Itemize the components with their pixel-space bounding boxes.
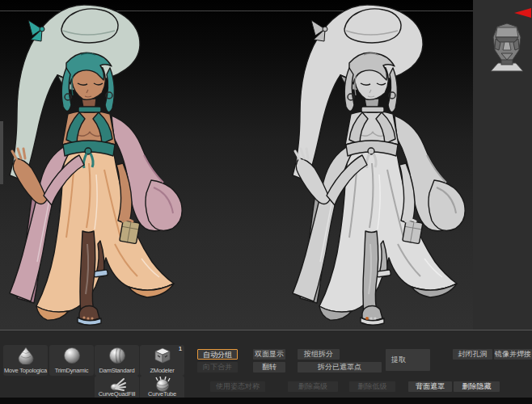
zmodeler-count-badge: 1: [179, 345, 182, 352]
grooved-sphere-brush-icon: [108, 347, 126, 364]
right-tray: [473, 0, 532, 330]
button-double-display[interactable]: 双面显示: [253, 349, 285, 360]
button-split-by-groups[interactable]: 按组拆分: [298, 349, 340, 360]
brush-trimdynamic[interactable]: TrimDynamic: [49, 345, 94, 376]
zbrush-window: Move Topologica TrimDynamic DamStandard …: [0, 0, 532, 404]
model-clay[interactable]: [277, 2, 471, 330]
button-delete-lower[interactable]: 删除低级: [349, 381, 395, 392]
button-auto-groups[interactable]: 自动分组: [197, 349, 238, 360]
button-backface-mask[interactable]: 背面遮罩: [408, 381, 452, 392]
teardrop-mesh-brush-icon: [17, 347, 35, 364]
cube-arrows-brush-icon: [154, 347, 171, 364]
brush-zmodeler[interactable]: 1 ZModeler: [140, 345, 184, 376]
button-close-holes[interactable]: 封闭孔洞: [453, 349, 492, 360]
stray-orange-dot: [365, 317, 369, 320]
left-edge-strip: [0, 121, 3, 184]
brush-move-topological[interactable]: Move Topologica: [3, 345, 48, 376]
bottom-toolbar: Move Topologica TrimDynamic DamStandard …: [0, 330, 532, 404]
button-delete-hidden[interactable]: 删除隐藏: [454, 381, 500, 392]
viewport-canvas[interactable]: [0, 0, 473, 330]
bottom-black-strip: [0, 398, 532, 404]
brush-curvetube[interactable]: CurveTube: [140, 376, 184, 399]
brush-curvequadfill[interactable]: CurveQuadFill: [95, 376, 139, 399]
smooth-sphere-brush-icon: [63, 347, 81, 364]
button-extract[interactable]: 提取: [386, 349, 430, 371]
button-split-masked-points[interactable]: 拆分已遮罩点: [298, 362, 382, 372]
brush-damstandard[interactable]: DamStandard: [95, 345, 139, 376]
model-colored[interactable]: [0, 2, 188, 330]
button-use-posable-symmetry[interactable]: 使用姿态对称: [210, 381, 265, 392]
active-tool-thumbnail[interactable]: [488, 21, 526, 73]
button-merge-down[interactable]: 向下合并: [197, 362, 238, 372]
button-delete-higher[interactable]: 删除高级: [288, 381, 338, 392]
tray-collapse-icon[interactable]: [514, 8, 531, 18]
button-mirror-and-weld[interactable]: 镜像并焊接: [494, 349, 532, 360]
button-flip[interactable]: 翻转: [253, 362, 285, 372]
